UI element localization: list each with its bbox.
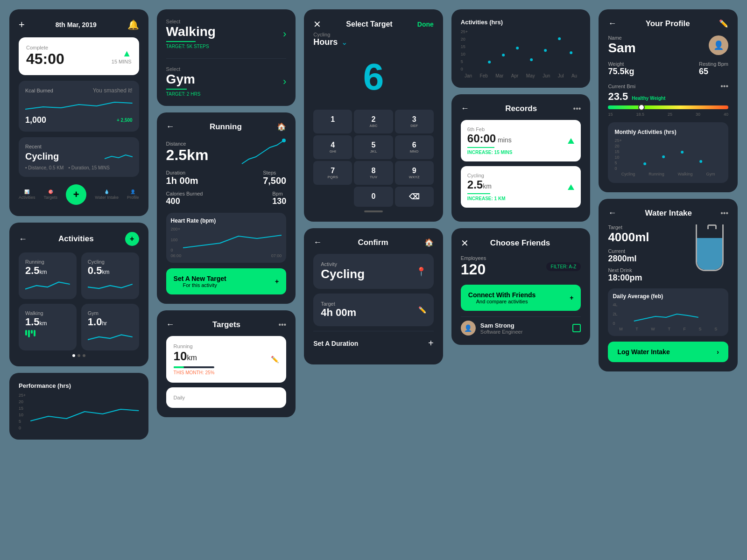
weight-bpm-row: Weight 75.5kg Resting Bpm 65 (608, 61, 728, 77)
monthly-x-axis: CyclingRunningWalkingGym (614, 172, 722, 176)
filter-tag[interactable]: FILTER: A-Z (546, 262, 581, 271)
key-8[interactable]: 8TUV (354, 161, 393, 185)
key-1[interactable]: 1 (313, 110, 352, 133)
monthly-chart-card: Monthly Activities (hrs) 25+20151050 Cyc… (608, 122, 728, 183)
svg-point-8 (643, 162, 646, 165)
set-target-label: Set A New Target (174, 275, 226, 282)
key-3[interactable]: 3DEF (395, 110, 434, 133)
back-icon-activities[interactable]: ← (19, 234, 27, 244)
duration-section: Duration 1h 00m (166, 170, 198, 186)
edit-icon-profile[interactable]: ✏️ (719, 19, 728, 28)
next-drink-val: 18:00pm (608, 273, 649, 283)
select-walking-section: Select Walking TARGET: 5K STEPS › (166, 19, 287, 49)
water-glass (696, 224, 724, 271)
running-card: ← Running 🏠 Distance 2.5km Duration 1h 0… (157, 112, 296, 304)
target-running-card: Running 10km THIS MONTH: 25% ✏️ (166, 336, 287, 383)
svg-point-2 (502, 54, 505, 56)
bell-icon[interactable]: 🔔 (127, 19, 139, 30)
duration-value: 1h 00m (166, 175, 198, 186)
activities-chart-title: Activities (hrs) (461, 19, 581, 26)
edit-icon-running[interactable]: ✏️ (271, 356, 279, 363)
cycling-label-target: Cycling (313, 32, 434, 37)
record1-date: 6th Feb (467, 126, 513, 132)
confirm-title: Confirm (358, 238, 388, 247)
person-name: Sam Strong (480, 322, 523, 329)
hr-title: Heart Rate (bpm) (171, 217, 282, 224)
set-target-btn[interactable]: Set A New Target For this activity + (166, 268, 287, 294)
add-duration-btn[interactable]: + (428, 338, 434, 349)
employees-val: 120 (461, 261, 486, 278)
person-checkbox[interactable] (572, 324, 581, 332)
back-icon-water[interactable]: ← (608, 208, 616, 218)
back-icon-running[interactable]: ← (166, 122, 175, 132)
set-duration-row: Set A Duration + (313, 331, 434, 355)
dots-icon-records[interactable]: ••• (573, 105, 581, 113)
filter-label: FILTER: A-Z (551, 264, 577, 269)
svg-point-3 (516, 47, 519, 49)
edit-icon-target[interactable]: ✏️ (418, 306, 426, 314)
fab-add[interactable]: + (66, 184, 86, 205)
running-chart (240, 138, 286, 166)
svg-point-4 (530, 58, 533, 61)
pin-icon: 📍 (416, 266, 426, 277)
profile-icon: 👤 (130, 189, 135, 194)
profile-name-row: Name Sam 👤 (608, 35, 728, 56)
dots-icon-targets[interactable]: ••• (278, 321, 286, 329)
key-4[interactable]: 4GHI (313, 135, 352, 159)
recent-card: Recent Cycling • Distance, 0.5 KM • Dura… (19, 137, 139, 177)
walking-forward-icon[interactable]: › (283, 28, 286, 40)
back-icon-profile[interactable]: ← (608, 19, 616, 28)
add-activity-btn[interactable]: + (125, 232, 139, 246)
daily-y-axis: 4L2L0 (613, 302, 617, 326)
back-icon-targets[interactable]: ← (166, 320, 175, 329)
nav-profile[interactable]: 👤 Profile (127, 189, 139, 200)
dots-bmi[interactable]: ••• (720, 82, 728, 91)
distance-value: 2.5km (166, 147, 209, 164)
back-icon-confirm[interactable]: ← (313, 238, 322, 247)
triangle-up-1 (568, 138, 574, 144)
record-2: Cycling 2.5km INCREASE: 1 KM (461, 166, 581, 208)
plus-icon-target: + (275, 278, 279, 285)
key-9[interactable]: 9WXYZ (395, 161, 434, 185)
kcal-target: + 2,500 (117, 118, 133, 123)
gym-title: Gym (166, 72, 201, 87)
nav-water[interactable]: 💧 Water Intake (95, 189, 119, 200)
nav-targets[interactable]: 🎯 Targets (44, 189, 58, 200)
key-0[interactable]: 0 (354, 187, 393, 207)
log-water-btn[interactable]: Log Water Intake › (608, 342, 728, 362)
add-icon[interactable]: + (19, 19, 25, 31)
svg-point-9 (662, 155, 665, 158)
key-2[interactable]: 2ABC (354, 110, 393, 133)
gym-forward-icon[interactable]: › (283, 76, 286, 88)
connect-btn[interactable]: Connect With Friends And compare activit… (461, 285, 581, 311)
home-icon-confirm[interactable]: 🏠 (424, 238, 434, 247)
hr-x-start: 06:00 (171, 253, 182, 258)
record2-underline (467, 193, 490, 194)
targets-icon: 🎯 (48, 189, 53, 194)
walking-stat: Walking 1.5km (19, 304, 77, 350)
chevron-down-unit[interactable]: ⌄ (341, 38, 347, 47)
record1-increase: INCREASE: 15 MINS (467, 150, 513, 155)
home-icon-running[interactable]: 🏠 (277, 122, 286, 131)
key-7[interactable]: 7PQRS (313, 161, 352, 185)
done-btn[interactable]: Done (417, 21, 434, 28)
close-icon-target[interactable]: ✕ (313, 19, 321, 30)
walking-target: TARGET: 5K STEPS (166, 44, 216, 49)
recent-label: Recent (25, 144, 133, 149)
record1-underline (467, 147, 494, 148)
activities-icon: 📊 (24, 189, 29, 194)
record1-val: 60:00 mins (467, 132, 513, 145)
running-label: Running (25, 259, 70, 265)
key-6[interactable]: 6MNO (395, 135, 434, 159)
key-5[interactable]: 5JKL (354, 135, 393, 159)
nav-activities[interactable]: 📊 Activities (19, 189, 35, 200)
column-4: Activities (hrs) 25+20151050 JanFebMa (451, 9, 591, 345)
select-activities-card: Select Walking TARGET: 5K STEPS › Select… (157, 9, 296, 106)
arrow-right-log: › (717, 348, 719, 356)
dots-icon-water[interactable]: ••• (720, 209, 728, 217)
back-icon-records[interactable]: ← (461, 104, 469, 113)
activity-confirm-card: Activity Cycling 📍 (313, 254, 434, 289)
water-glass-container (696, 224, 728, 276)
key-backspace[interactable]: ⌫ (395, 187, 434, 207)
close-icon-friends[interactable]: ✕ (461, 238, 469, 249)
